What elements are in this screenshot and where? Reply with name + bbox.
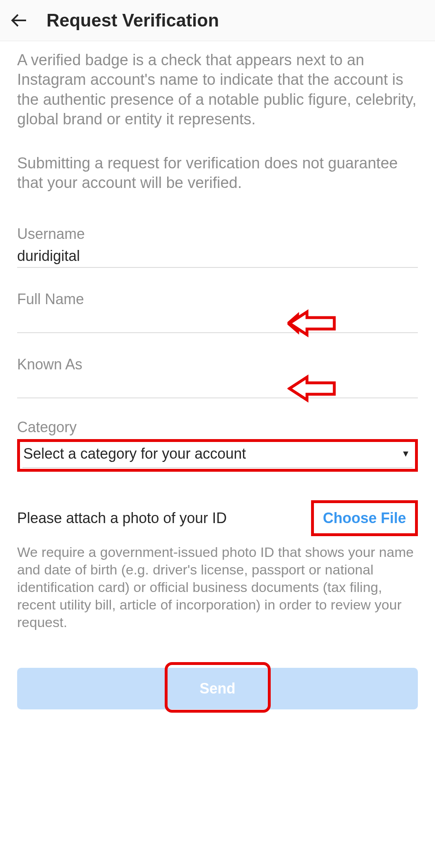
attach-description: We require a government-issued photo ID … [17, 543, 418, 632]
username-value: duridigital [17, 246, 80, 266]
annotation-box-category: Select a category for your account ▼ [17, 439, 418, 472]
header-bar: Request Verification [0, 0, 435, 41]
attach-row: Please attach a photo of your ID Choose … [17, 500, 418, 536]
knownas-input[interactable] [17, 376, 418, 397]
page-title: Request Verification [46, 10, 219, 31]
intro-paragraph-1: A verified badge is a check that appears… [17, 50, 418, 129]
category-label: Category [17, 419, 418, 436]
attach-label: Please attach a photo of your ID [17, 510, 227, 527]
fullname-input[interactable] [17, 311, 418, 331]
arrow-left-icon [9, 11, 29, 30]
choose-file-button[interactable]: Choose File [323, 510, 406, 527]
category-placeholder: Select a category for your account [23, 445, 246, 462]
send-section: Send [17, 668, 418, 709]
fullname-field: Full Name [17, 291, 418, 333]
knownas-field: Known As [17, 356, 418, 398]
fullname-label: Full Name [17, 291, 418, 308]
intro-paragraph-2: Submitting a request for verification do… [17, 153, 418, 193]
send-button[interactable]: Send [17, 668, 418, 709]
content-area: A verified badge is a check that appears… [0, 41, 435, 726]
category-select[interactable]: Select a category for your account ▼ [22, 444, 413, 468]
knownas-label: Known As [17, 356, 418, 373]
category-field: Category Select a category for your acco… [17, 419, 418, 472]
back-button[interactable] [8, 10, 29, 31]
username-field: Username duridigital [17, 225, 418, 268]
chevron-down-icon: ▼ [401, 448, 410, 459]
username-label: Username [17, 225, 418, 243]
annotation-box-choose-file: Choose File [311, 500, 418, 536]
